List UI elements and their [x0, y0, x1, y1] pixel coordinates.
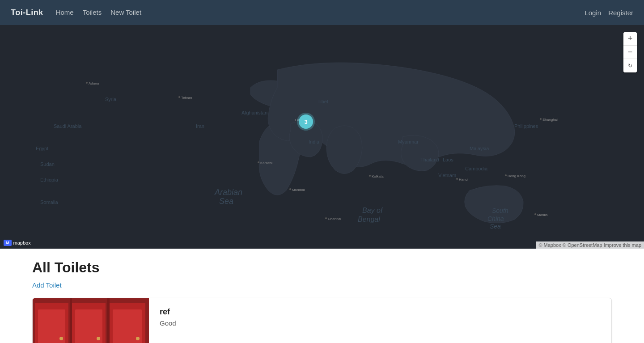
- svg-point-5: [258, 161, 259, 163]
- nav-left: Toi-Link Home Toilets New Toilet: [11, 8, 141, 17]
- svg-text:Cambodia: Cambodia: [465, 166, 488, 171]
- toilet-card[interactable]: ref Good: [32, 298, 612, 343]
- attribution-text: © Mapbox © OpenStreetMap Improve this ma…: [538, 242, 641, 248]
- svg-text:Hanoi: Hanoi: [459, 178, 468, 182]
- svg-text:Myanmar: Myanmar: [398, 139, 419, 144]
- svg-text:Manila: Manila: [537, 213, 548, 217]
- svg-text:Arabian: Arabian: [214, 188, 242, 197]
- svg-text:Syria: Syria: [105, 97, 117, 102]
- toilet-ref: ref: [160, 307, 176, 317]
- svg-text:Shanghai: Shanghai: [542, 118, 558, 122]
- svg-rect-57: [70, 298, 72, 343]
- toilet-image: [33, 298, 149, 343]
- mapbox-logo-text: mapbox: [13, 240, 31, 246]
- mapbox-logo-icon: M: [4, 240, 12, 246]
- svg-text:Afghanistan: Afghanistan: [242, 110, 267, 115]
- nav-auth: Login Register: [585, 9, 633, 17]
- svg-point-9: [369, 175, 371, 177]
- svg-text:Kolkata: Kolkata: [372, 174, 384, 178]
- toilet-info: ref Good: [149, 298, 187, 343]
- svg-point-53: [97, 337, 100, 340]
- brand-link[interactable]: Toi-Link: [11, 8, 43, 17]
- svg-text:Karachi: Karachi: [260, 161, 272, 165]
- nav-new-toilet[interactable]: New Toilet: [110, 8, 141, 16]
- svg-point-50: [59, 337, 63, 340]
- svg-text:Laos: Laos: [443, 157, 453, 162]
- nav-toilets[interactable]: Toilets: [83, 8, 102, 16]
- svg-text:Ethiopia: Ethiopia: [40, 177, 59, 182]
- register-link[interactable]: Register: [608, 9, 633, 17]
- svg-rect-58: [107, 298, 110, 343]
- section-title: All Toilets: [32, 259, 612, 276]
- svg-text:China: China: [487, 215, 504, 222]
- nav-links: Home Toilets New Toilet: [56, 8, 141, 17]
- svg-text:Sea: Sea: [490, 223, 501, 230]
- svg-text:Thailand: Thailand: [420, 157, 439, 162]
- navbar: Toi-Link Home Toilets New Toilet Login R…: [0, 0, 644, 25]
- svg-text:Bay of: Bay of: [362, 207, 383, 214]
- mapbox-logo: M mapbox: [4, 240, 31, 246]
- svg-text:Mumbai: Mumbai: [292, 188, 305, 192]
- svg-point-19: [534, 213, 536, 215]
- svg-point-13: [456, 178, 458, 180]
- svg-point-11: [325, 217, 327, 219]
- map-svg: Adana Tehran Karachi Mumbai Kolkata Chen…: [0, 25, 644, 249]
- nav-home[interactable]: Home: [56, 8, 74, 16]
- add-toilet-link[interactable]: Add Toilet: [32, 281, 62, 289]
- svg-text:Tehran: Tehran: [181, 96, 192, 100]
- svg-text:Sudan: Sudan: [40, 161, 55, 167]
- svg-text:Chennai: Chennai: [328, 217, 341, 221]
- svg-text:India: India: [309, 139, 320, 144]
- map-controls: + − ↻: [623, 32, 637, 72]
- svg-text:Hong Kong: Hong Kong: [508, 174, 525, 178]
- map-cluster-marker[interactable]: 3: [299, 114, 313, 129]
- svg-text:Philippines: Philippines: [514, 123, 538, 129]
- svg-text:Egypt: Egypt: [36, 146, 48, 151]
- reset-bearing-button[interactable]: ↻: [623, 59, 637, 72]
- map-container: Adana Tehran Karachi Mumbai Kolkata Chen…: [0, 25, 644, 249]
- svg-text:Bengal: Bengal: [358, 216, 380, 223]
- svg-text:Malaysia: Malaysia: [470, 146, 489, 151]
- svg-text:Sea: Sea: [219, 197, 233, 206]
- svg-point-56: [136, 337, 140, 340]
- svg-point-3: [178, 96, 180, 98]
- svg-text:Adana: Adana: [89, 81, 99, 85]
- map-attribution: © Mapbox © OpenStreetMap Improve this ma…: [536, 241, 644, 249]
- svg-text:Vietnam: Vietnam: [438, 173, 456, 178]
- login-link[interactable]: Login: [585, 9, 601, 17]
- svg-point-1: [86, 82, 88, 84]
- svg-text:Iran: Iran: [196, 123, 204, 129]
- zoom-out-button[interactable]: −: [623, 46, 637, 59]
- svg-point-15: [540, 118, 542, 120]
- zoom-in-button[interactable]: +: [623, 32, 637, 46]
- content-area: All Toilets Add Toilet: [0, 249, 644, 343]
- svg-text:Tibet: Tibet: [318, 99, 328, 104]
- svg-text:Saudi Arabia: Saudi Arabia: [54, 123, 82, 129]
- svg-text:Somalia: Somalia: [40, 199, 59, 205]
- toilet-condition: Good: [160, 319, 176, 327]
- svg-point-17: [505, 174, 507, 176]
- svg-point-7: [289, 188, 291, 190]
- cluster-count: 3: [304, 119, 307, 125]
- svg-text:South: South: [492, 207, 508, 214]
